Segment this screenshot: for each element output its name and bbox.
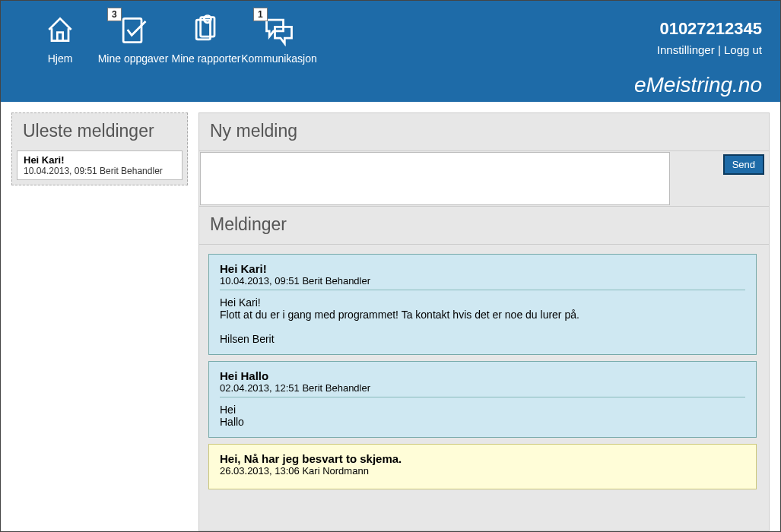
- nav-reports-label: Mine rapporter: [171, 52, 240, 65]
- unread-item-meta: 10.04.2013, 09:51 Berit Behandler: [24, 166, 176, 176]
- sidebar: Uleste meldinger Hei Kari! 10.04.2013, 0…: [11, 112, 188, 531]
- nav-tasks-label: Mine oppgaver: [98, 52, 169, 65]
- user-id: 01027212345: [657, 19, 762, 39]
- brand-logo: eMeistring.no: [634, 73, 762, 97]
- reports-icon: [189, 11, 223, 48]
- nav-comm-badge: 1: [253, 8, 268, 21]
- nav-tasks-badge: 3: [107, 8, 122, 21]
- message-item[interactable]: Hei, Nå har jeg besvart to skjema. 26.03…: [208, 444, 757, 489]
- messages-title: Meldinger: [199, 207, 769, 244]
- top-bar: Hjem 3 Mine oppgaver Mine rapporter 1 Ko…: [1, 1, 780, 102]
- messages-scroll[interactable]: Hei Kari! 10.04.2013, 09:51 Berit Behand…: [208, 254, 760, 521]
- nav-comm-label: Kommunikasjon: [241, 52, 317, 65]
- nav-tasks[interactable]: 3 Mine oppgaver: [97, 11, 170, 65]
- nav-comm[interactable]: 1 Kommunikasjon: [243, 11, 316, 65]
- message-item[interactable]: Hei Kari! 10.04.2013, 09:51 Berit Behand…: [208, 254, 757, 355]
- message-item[interactable]: Hei Hallo 02.04.2013, 12:51 Berit Behand…: [208, 361, 757, 438]
- main-area: Uleste meldinger Hei Kari! 10.04.2013, 0…: [1, 102, 780, 531]
- nav-reports[interactable]: Mine rapporter: [170, 11, 243, 65]
- compose-title: Ny melding: [199, 113, 769, 150]
- unread-panel: Uleste meldinger Hei Kari! 10.04.2013, 0…: [11, 112, 188, 185]
- messages-panel-header: Meldinger: [198, 207, 770, 245]
- content-area: Ny melding Send Meldinger Hei Kari! 10.0…: [198, 112, 770, 531]
- message-subject: Hei, Nå har jeg besvart to skjema.: [220, 452, 745, 465]
- message-divider: [220, 397, 745, 397]
- header-right: 01027212345 Innstillinger | Logg ut: [657, 19, 762, 56]
- message-subject: Hei Kari!: [220, 262, 745, 275]
- message-body: Hei Kari! Flott at du er i gang med prog…: [220, 296, 745, 345]
- message-divider: [220, 290, 745, 290]
- logout-link[interactable]: Logg ut: [724, 43, 762, 56]
- messages-panel: Hei Kari! 10.04.2013, 09:51 Berit Behand…: [198, 245, 770, 531]
- compose-panel: Ny melding: [198, 112, 770, 151]
- message-body: Hei Hallo: [220, 404, 745, 428]
- header-links: Innstillinger | Logg ut: [657, 43, 762, 56]
- message-meta: 26.03.2013, 13:06 Kari Nordmann: [220, 465, 745, 477]
- unread-panel-title: Uleste meldinger: [12, 113, 187, 150]
- unread-item[interactable]: Hei Kari! 10.04.2013, 09:51 Berit Behand…: [17, 150, 183, 180]
- compose-row: Send: [198, 151, 770, 207]
- message-meta: 02.04.2013, 12:51 Berit Behandler: [220, 382, 745, 394]
- message-subject: Hei Hallo: [220, 369, 745, 382]
- nav-home[interactable]: Hjem: [24, 11, 97, 65]
- message-meta: 10.04.2013, 09:51 Berit Behandler: [220, 275, 745, 287]
- send-button[interactable]: Send: [723, 154, 764, 175]
- settings-link[interactable]: Innstillinger: [657, 43, 715, 56]
- svg-rect-0: [123, 18, 141, 42]
- compose-side: Send: [670, 151, 769, 206]
- nav-home-label: Hjem: [48, 52, 73, 65]
- compose-textarea[interactable]: [200, 152, 670, 205]
- unread-item-subject: Hei Kari!: [24, 154, 176, 166]
- home-icon: [43, 11, 77, 48]
